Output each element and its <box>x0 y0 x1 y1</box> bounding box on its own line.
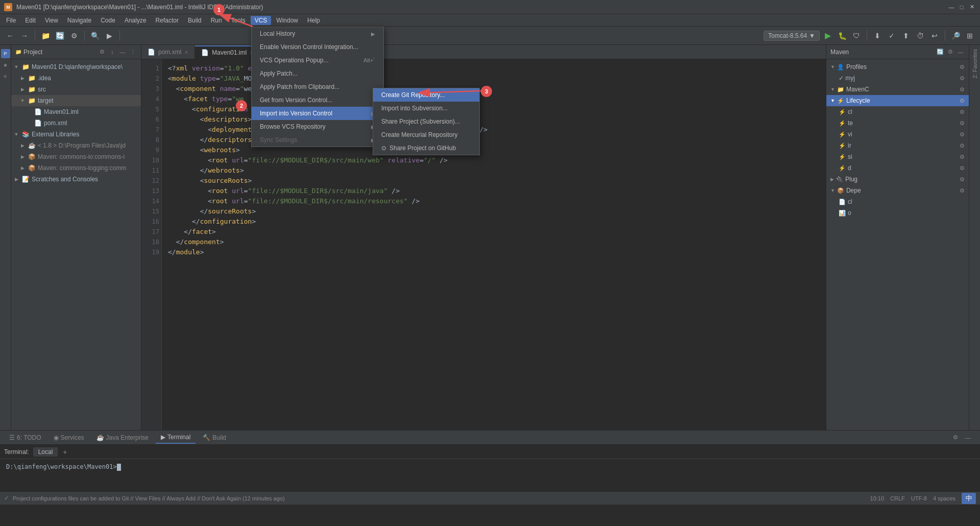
submenu-import-svn[interactable]: Import into Subversion... <box>373 102 479 115</box>
maven-deps-section[interactable]: ▼ 📦 Depe ⚙ <box>826 185 969 196</box>
status-crlf[interactable]: CRLF <box>890 493 905 504</box>
maven-lc-ir-gear[interactable]: ⚙ <box>960 154 965 160</box>
maven-mavenc-section[interactable]: ▼ 📁 MavenC ⚙ <box>826 84 969 95</box>
debug-button[interactable]: 🐛 <box>836 30 848 42</box>
vcs-import-into-vcs[interactable]: Import into Version Control ▶ <box>252 107 383 120</box>
tree-item-commons-io[interactable]: ▶ 📦 Maven: commons-io:commons-i <box>11 151 141 162</box>
submenu-create-git[interactable]: Create Git Repository... <box>373 88 479 102</box>
git-revert-btn[interactable]: ↩ <box>928 30 941 42</box>
tab-services[interactable]: ◉ Services <box>48 432 89 444</box>
project-icon-btn[interactable]: P <box>1 49 10 58</box>
maven-lc-cl-gear[interactable]: ⚙ <box>960 109 965 115</box>
panel-collapse-btn[interactable]: — <box>118 48 127 56</box>
maven-lc-si[interactable]: ⚡ te ⚙ <box>826 117 969 129</box>
status-indent[interactable]: 4 spaces <box>933 493 955 504</box>
maven-lc-vi[interactable]: ⚡ ir ⚙ <box>826 140 969 151</box>
maven-refresh-btn[interactable]: 🔄 <box>936 48 944 56</box>
tree-item-java-sdk[interactable]: ▶ ☕ < 1.8 > D:\Program Files\Java\jd <box>11 140 141 151</box>
menu-edit[interactable]: Edit <box>21 16 40 25</box>
vcs-enable-vcs[interactable]: Enable Version Control Integration... <box>252 40 383 54</box>
submenu-share-svn[interactable]: Share Project (Subversion)... <box>373 115 479 128</box>
terminal-add-btn[interactable]: + <box>60 447 70 457</box>
menu-vcs[interactable]: VCS <box>251 16 272 25</box>
maximize-button[interactable]: □ <box>958 3 966 11</box>
toolbar-settings-btn[interactable]: ⚙ <box>68 30 80 42</box>
menu-refactor[interactable]: Refactor <box>152 16 183 25</box>
maven-lifecycle-gear[interactable]: ⚙ <box>960 98 965 104</box>
maven-lc-d-gear[interactable]: ⚙ <box>960 165 965 172</box>
terminal-close-btn[interactable]: — <box>964 434 972 442</box>
tree-item-maven01-iml[interactable]: 📄 Maven01.iml <box>11 106 141 117</box>
tree-item-idea[interactable]: ▶ 📁 .idea <box>11 73 141 84</box>
vcs-apply-patch[interactable]: Apply Patch... <box>252 67 383 80</box>
maven-lc-te-gear[interactable]: ⚙ <box>960 131 965 138</box>
maven-dep-cl[interactable]: 📄 cl <box>826 196 969 207</box>
tab-pom-close[interactable]: ✕ <box>184 50 188 55</box>
vcs-get-from-vcs[interactable]: Get from Version Control... <box>252 93 383 107</box>
tree-item-src[interactable]: ▶ 📁 src <box>11 84 141 95</box>
maven-mavenc-gear[interactable]: ⚙ <box>960 86 965 93</box>
tree-item-target[interactable]: ▼ 📁 target <box>11 95 141 106</box>
maven-profiles-section[interactable]: ▼ 👤 Profiles ⚙ <box>826 61 969 73</box>
tab-build[interactable]: 🔨 Build <box>198 432 231 444</box>
terminal-local-tab[interactable]: Local <box>33 447 58 457</box>
favorites-icon-btn[interactable]: ★ <box>1 60 10 69</box>
menu-analyze[interactable]: Analyze <box>120 16 151 25</box>
ime-button[interactable]: 中 <box>962 493 976 504</box>
toolbar-run-target-btn[interactable]: ▶ <box>103 30 115 42</box>
menu-file[interactable]: File <box>2 16 20 25</box>
menu-build[interactable]: Build <box>184 16 206 25</box>
structure-icon-btn[interactable]: ≡ <box>1 71 10 81</box>
tab-terminal[interactable]: ▶ Terminal <box>156 432 195 444</box>
right-panel-tab-1[interactable]: 2: Favorites <box>970 45 980 82</box>
toolbar-forward-btn[interactable]: → <box>18 30 31 42</box>
run-configuration[interactable]: Tomcat-8.5.64 ▼ <box>764 31 820 41</box>
maven-plugins-section[interactable]: ▶ 🔌 Plug ⚙ <box>826 174 969 185</box>
maven-deps-gear[interactable]: ⚙ <box>960 187 965 194</box>
toolbar-back-btn[interactable]: ← <box>4 30 16 42</box>
git-commit-btn[interactable]: ✓ <box>886 30 898 42</box>
vcs-local-history[interactable]: Local History ▶ <box>252 27 383 40</box>
tree-item-scratches[interactable]: ▶ 📝 Scratches and Consoles <box>11 174 141 185</box>
status-position[interactable]: 10:10 <box>870 493 885 504</box>
run-button[interactable]: ▶ <box>822 30 834 42</box>
panel-settings-btn[interactable]: ⚙ <box>98 48 106 56</box>
panel-scroll-btn[interactable]: ↕ <box>108 48 116 56</box>
vcs-operations-popup[interactable]: VCS Operations Popup... Alt+` <box>252 54 383 67</box>
menu-code[interactable]: Code <box>96 16 119 25</box>
run-with-coverage-btn[interactable]: 🛡 <box>850 30 863 42</box>
maven-profile-myj-gear[interactable]: ⚙ <box>960 75 965 82</box>
toolbar-search-btn[interactable]: 🔍 <box>89 30 101 42</box>
maven-settings-btn[interactable]: ⚙ <box>946 48 954 56</box>
maven-lc-d[interactable]: ⚡ d ⚙ <box>826 162 969 174</box>
status-vcs-icon[interactable]: ✓ <box>4 495 9 501</box>
submenu-create-mercurial[interactable]: Create Mercurial Repository <box>373 128 479 141</box>
maven-lc-si-gear[interactable]: ⚙ <box>960 120 965 127</box>
menu-view[interactable]: View <box>41 16 62 25</box>
maven-collapse-btn[interactable]: — <box>957 48 965 56</box>
maven-lifecycle-section[interactable]: ▼ ⚡ Lifecycle ⚙ <box>826 95 969 106</box>
title-bar-controls[interactable]: — □ ✕ <box>947 3 976 11</box>
toolbar-sync-btn[interactable]: 🔄 <box>54 30 66 42</box>
maven-plugins-gear[interactable]: ⚙ <box>960 176 965 183</box>
git-update-btn[interactable]: ⬇ <box>871 30 884 42</box>
maven-profiles-gear[interactable]: ⚙ <box>960 64 965 70</box>
minimize-button[interactable]: — <box>947 3 955 11</box>
toolbar-search-2-btn[interactable]: 🔎 <box>949 30 962 42</box>
maven-dep-o[interactable]: 📊 o <box>826 207 969 219</box>
menu-run[interactable]: Run <box>207 16 226 25</box>
tab-todo[interactable]: ☰ 6: TODO <box>4 432 46 444</box>
vcs-browse-vcs[interactable]: Browse VCS Repository ▶ <box>252 120 383 133</box>
toolbar-layout-btn[interactable]: ⊞ <box>964 30 976 42</box>
menu-window[interactable]: Window <box>272 16 302 25</box>
maven-profile-myj[interactable]: ✓ myj ⚙ <box>826 73 969 84</box>
close-button[interactable]: ✕ <box>968 3 976 11</box>
tab-pom-xml[interactable]: 📄 pom.xml ✕ <box>141 45 195 59</box>
git-history-btn[interactable]: ⏱ <box>914 30 926 42</box>
maven-lc-ir[interactable]: ⚡ si ⚙ <box>826 151 969 162</box>
tab-java-enterprise[interactable]: ☕ Java Enterprise <box>91 432 154 444</box>
menu-help[interactable]: Help <box>303 16 324 25</box>
tree-item-ext-libs[interactable]: ▼ 📚 External Libraries <box>11 129 141 140</box>
vcs-apply-patch-clipboard[interactable]: Apply Patch from Clipboard... <box>252 80 383 93</box>
submenu-share-github[interactable]: ⊙ Share Project on GitHub <box>373 141 479 155</box>
